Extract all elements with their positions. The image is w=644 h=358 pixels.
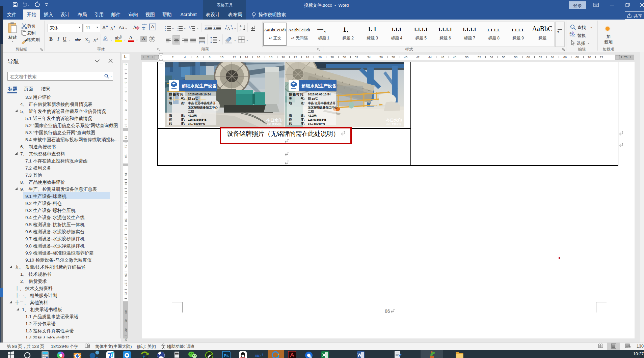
- svg-text:度:: 度:: [181, 122, 185, 125]
- svg-text:气:: 气:: [181, 97, 185, 100]
- svg-text:2025.05.08 10:54: 2025.05.08 10:54: [188, 93, 211, 96]
- svg-text:34.738960°N: 34.738960°N: [308, 122, 325, 125]
- svg-text:拔:: 拔:: [300, 114, 305, 117]
- svg-text:地: 地: [169, 101, 172, 105]
- svg-text:A: A: [133, 25, 137, 30]
- svg-text:Ps: Ps: [224, 353, 229, 358]
- svg-text:度:: 度:: [300, 118, 305, 121]
- svg-text:点:: 点:: [181, 101, 185, 105]
- svg-text:海: 海: [169, 114, 172, 117]
- svg-text:丰县·江苏丰县经济开: 丰县·江苏丰县经济开: [188, 101, 216, 105]
- svg-text:气:: 气:: [300, 97, 305, 100]
- svg-text:116.633568°E: 116.633568°E: [188, 118, 206, 121]
- svg-text:拍 摄 时 间:: 拍 摄 时 间:: [169, 93, 184, 96]
- svg-text:xin: xin: [254, 353, 261, 358]
- svg-text:拍 摄 时 间:: 拍 摄 时 间:: [289, 93, 304, 96]
- svg-text:点:: 点:: [301, 101, 305, 105]
- svg-text:天: 天: [169, 97, 172, 100]
- svg-text:42.2米: 42.2米: [188, 114, 197, 117]
- svg-text:纬: 纬: [289, 122, 292, 125]
- svg-text:地: 地: [289, 101, 292, 105]
- svg-text:i: i: [191, 30, 191, 32]
- svg-text:经: 经: [289, 118, 292, 121]
- svg-text:二期: 二期: [308, 110, 314, 113]
- svg-text:二期: 二期: [188, 110, 194, 113]
- svg-text:拔:: 拔:: [181, 114, 185, 117]
- svg-text:Z: Z: [240, 28, 242, 32]
- svg-text:34.738960°N: 34.738960°N: [188, 122, 205, 125]
- svg-text:相机 真实可拍: 相机 真实可拍: [386, 123, 401, 126]
- svg-text:发区智能设备加工中心: 发区智能设备加工中心: [188, 106, 218, 109]
- svg-text:超细水泥生产设备: 超细水泥生产设备: [181, 83, 217, 88]
- svg-text:A: A: [227, 26, 231, 31]
- svg-text:天: 天: [289, 97, 292, 100]
- svg-text:阴 18℃: 阴 18℃: [308, 97, 318, 100]
- svg-text:今日水印: 今日水印: [266, 118, 283, 123]
- svg-text:超细水泥生产设备: 超细水泥生产设备: [301, 83, 337, 88]
- svg-text:相机 真实可拍: 相机 真实可拍: [267, 123, 281, 126]
- svg-text:纬: 纬: [169, 122, 172, 125]
- svg-text:2025.05.08 10:54: 2025.05.08 10:54: [308, 93, 331, 96]
- svg-text:度:: 度:: [300, 122, 305, 125]
- svg-text:阴 18℃: 阴 18℃: [188, 97, 198, 100]
- svg-text:116.633568°E: 116.633568°E: [308, 118, 326, 121]
- svg-text:经: 经: [169, 118, 172, 121]
- svg-text:发区智能设备加工中心: 发区智能设备加工中心: [307, 106, 338, 109]
- svg-text:A: A: [240, 24, 242, 28]
- svg-text:3: 3: [177, 29, 178, 31]
- svg-text:42.2米: 42.2米: [308, 114, 317, 117]
- svg-text:今日水印: 今日水印: [385, 118, 402, 123]
- svg-text:丰县·江苏丰县经济开: 丰县·江苏丰县经济开: [308, 101, 336, 105]
- svg-text:海: 海: [289, 114, 292, 117]
- svg-text:度:: 度:: [181, 118, 185, 121]
